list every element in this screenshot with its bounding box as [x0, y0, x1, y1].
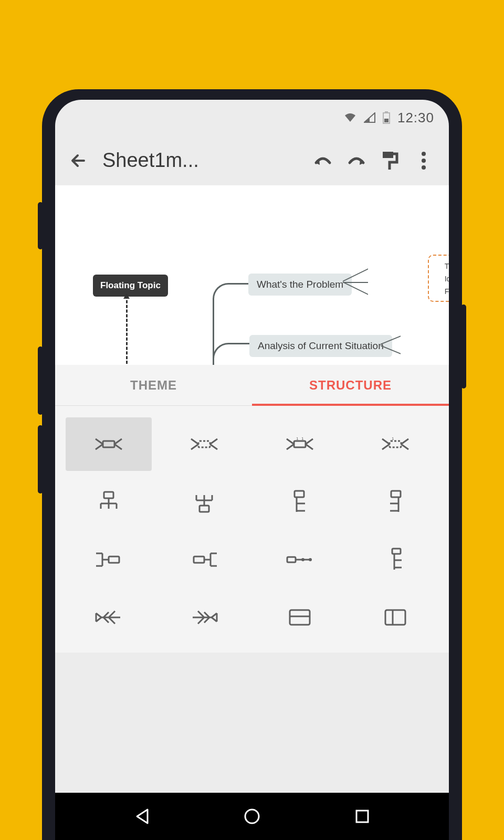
more-options-button[interactable] — [409, 151, 438, 170]
svg-rect-23 — [392, 549, 401, 554]
phone-side-button — [38, 202, 43, 249]
svg-rect-8 — [198, 441, 210, 447]
screen: 12:30 Sheet1m... Floating Topic — [55, 100, 449, 840]
nav-recent-button[interactable] — [346, 801, 378, 832]
svg-point-6 — [422, 165, 426, 170]
structure-timeline-horizontal[interactable] — [257, 533, 343, 586]
svg-rect-19 — [194, 556, 204, 563]
structure-org-down[interactable] — [66, 475, 152, 529]
svg-point-5 — [422, 159, 426, 163]
svg-rect-27 — [356, 811, 368, 822]
svg-rect-20 — [287, 557, 296, 562]
svg-point-26 — [245, 810, 259, 823]
svg-rect-25 — [385, 610, 405, 625]
document-title[interactable]: Sheet1m... — [102, 149, 304, 172]
phone-side-button — [38, 346, 43, 415]
svg-rect-7 — [103, 441, 114, 447]
structure-map-free[interactable]: 1 — [352, 417, 438, 471]
svg-point-21 — [301, 558, 304, 561]
structure-logic-right[interactable] — [66, 533, 152, 586]
status-bar: 12:30 — [55, 100, 449, 135]
structure-fishbone-left[interactable] — [66, 591, 152, 644]
cell-signal-icon — [364, 112, 375, 123]
redo-button[interactable] — [342, 153, 371, 168]
svg-rect-1 — [385, 111, 388, 113]
format-button[interactable] — [375, 151, 405, 171]
subtopic-item[interactable]: Th — [445, 260, 449, 272]
structure-map-clockwise[interactable] — [161, 417, 247, 471]
structure-map-anticlockwise[interactable]: 11 — [257, 417, 343, 471]
subtopic-item[interactable]: Id — [445, 272, 449, 285]
branch-connector — [213, 343, 250, 365]
structure-org-up[interactable] — [161, 475, 247, 529]
navigation-bar — [55, 793, 449, 840]
tab-structure[interactable]: STRUCTURE — [252, 365, 449, 405]
phone-side-button — [38, 425, 43, 494]
nav-back-button[interactable] — [126, 801, 158, 832]
structure-tree-right-down[interactable] — [257, 475, 343, 529]
floating-topic-node[interactable]: Floating Topic — [93, 275, 168, 297]
phone-frame: 12:30 Sheet1m... Floating Topic — [42, 89, 462, 840]
svg-text:1: 1 — [392, 436, 394, 441]
svg-point-22 — [309, 558, 312, 561]
svg-text:1: 1 — [296, 436, 299, 441]
app-bar: Sheet1m... — [55, 135, 449, 185]
structure-matrix-row[interactable] — [257, 591, 343, 644]
format-tabs: THEME STRUCTURE — [55, 365, 449, 406]
mindmap-canvas[interactable]: Floating Topic What's the Problem Th Id … — [55, 185, 449, 365]
subtopic-list[interactable]: Th Id Fi — [445, 260, 449, 298]
branch-connector — [343, 282, 368, 283]
back-button[interactable] — [66, 151, 92, 170]
structure-timeline-vertical[interactable] — [352, 533, 438, 586]
svg-rect-24 — [290, 610, 310, 625]
battery-icon — [383, 111, 390, 124]
svg-rect-9 — [294, 441, 306, 447]
svg-point-4 — [422, 152, 426, 156]
subtopic-item[interactable]: Fi — [445, 285, 449, 298]
structure-matrix-column[interactable] — [352, 591, 438, 644]
structure-fishbone-right[interactable] — [161, 591, 247, 644]
svg-rect-16 — [295, 491, 304, 497]
undo-button[interactable] — [308, 153, 338, 168]
arrow-up-icon — [123, 293, 130, 299]
phone-side-button — [461, 304, 466, 388]
branch-connector — [381, 338, 402, 353]
svg-text:1: 1 — [301, 436, 304, 441]
structure-map-balanced[interactable] — [66, 417, 152, 471]
svg-rect-15 — [200, 506, 209, 512]
topic-node-analysis[interactable]: Analysis of Current Situation — [249, 335, 392, 357]
topic-node-problem[interactable]: What's the Problem — [248, 274, 352, 296]
svg-rect-17 — [391, 491, 401, 497]
svg-rect-2 — [384, 119, 388, 122]
structure-options-grid: 11 1 — [55, 406, 449, 653]
svg-rect-14 — [104, 492, 113, 498]
relationship-line — [126, 296, 128, 364]
svg-rect-12 — [390, 441, 401, 447]
structure-logic-left[interactable] — [161, 533, 247, 586]
status-time: 12:30 — [397, 110, 434, 126]
svg-rect-3 — [383, 152, 393, 158]
nav-home-button[interactable] — [236, 801, 268, 832]
wifi-icon — [344, 112, 356, 123]
structure-tree-left-down[interactable] — [352, 475, 438, 529]
tab-theme[interactable]: THEME — [55, 365, 252, 405]
svg-rect-18 — [109, 556, 119, 563]
